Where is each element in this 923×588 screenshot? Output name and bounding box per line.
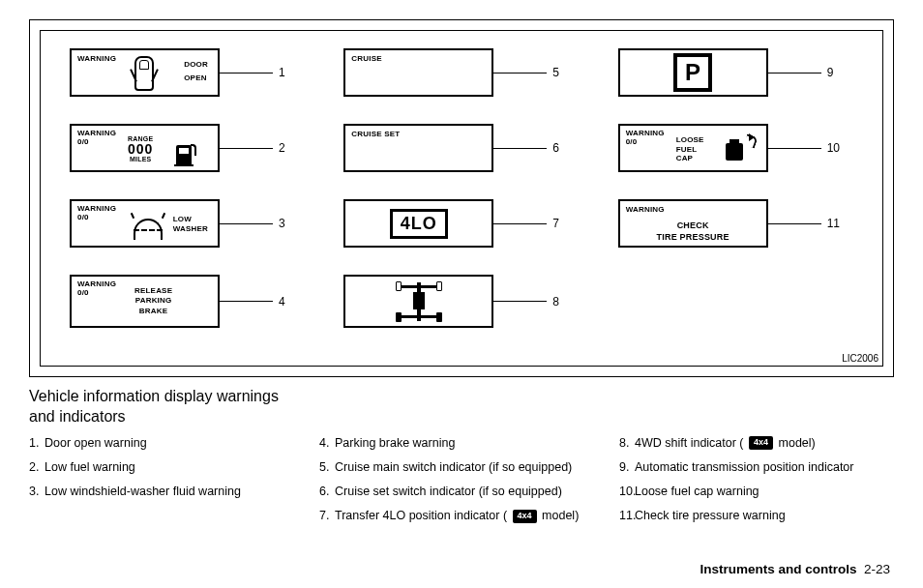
callout-number: 6 <box>552 141 568 155</box>
panel-door-open: WARNING DOOR OPEN <box>70 48 220 97</box>
cell-7: 4LO 7 <box>343 199 579 248</box>
indicator-grid: WARNING DOOR OPEN 1 CRUISE 5 <box>70 48 853 328</box>
fuel-range: RANGE 000 MILES <box>128 135 153 162</box>
cell-3: WARNING 0/0 LOW WASHER 3 <box>70 199 305 248</box>
panel-low-fuel: WARNING 0/0 RANGE 000 MILES <box>70 124 220 172</box>
warning-label: WARNING <box>77 54 116 63</box>
fuel-pump-icon <box>176 141 197 164</box>
loose-cap-text: LOOSE FUEL CAP <box>676 135 704 163</box>
legend-col-1: 1.Door open warning 2.Low fuel warning 3… <box>29 435 310 533</box>
legend-item: 8.4WD shift indicator ( 4x4 model) <box>619 435 890 451</box>
leader-line <box>220 301 273 302</box>
panel-cruise-set: CRUISE SET <box>343 124 493 172</box>
warning-label: WARNING 0/0 <box>77 205 116 222</box>
cell-11: WARNING CHECK TIRE PRESSURE 11 <box>618 199 853 248</box>
low-washer-text: LOW WASHER <box>173 215 208 235</box>
legend-item: 1.Door open warning <box>29 435 310 451</box>
cell-1: WARNING DOOR OPEN 1 <box>70 48 305 97</box>
panel-parking-brake: WARNING 0/0 RELEASE PARKING BRAKE <box>70 275 220 328</box>
warning-label: WARNING <box>626 205 665 214</box>
cell-8: 8 <box>343 275 579 328</box>
leader-line <box>493 73 547 74</box>
leader-line <box>493 301 547 302</box>
legend-item: 4.Parking brake warning <box>319 435 610 451</box>
leader-line <box>768 73 821 74</box>
panel-4lo: 4LO <box>343 199 493 248</box>
legend-item: 10.Loose fuel cap warning <box>619 484 890 499</box>
legend-col-3: 8.4WD shift indicator ( 4x4 model) 9.Aut… <box>619 435 890 533</box>
callout-number: 4 <box>279 295 294 309</box>
callout-number: 2 <box>279 141 294 155</box>
callout-number: 10 <box>827 141 843 155</box>
cell-empty <box>618 275 853 328</box>
fuel-cap-icon <box>726 137 753 164</box>
warning-label: WARNING 0/0 <box>626 130 665 147</box>
legend-item: 9.Automatic transmission position indica… <box>619 459 890 475</box>
cell-9: P 9 <box>618 48 853 97</box>
panel-tire-pressure: WARNING CHECK TIRE PRESSURE <box>618 199 768 248</box>
washer-fluid-icon <box>132 215 166 238</box>
cell-2: WARNING 0/0 RANGE 000 MILES 2 <box>70 124 305 172</box>
leader-line <box>768 148 821 149</box>
figure-inner-frame: WARNING DOOR OPEN 1 CRUISE 5 <box>40 30 883 367</box>
4x4-badge-icon: 4x4 <box>749 436 773 450</box>
legend-col-2: 4.Parking brake warning 5.Cruise main sw… <box>319 435 610 533</box>
legend-title: Vehicle information display warnings and… <box>29 387 300 427</box>
leader-line <box>220 223 273 224</box>
cell-10: WARNING 0/0 LOOSE FUEL CAP 10 <box>618 124 853 172</box>
callout-number: 3 <box>279 217 294 230</box>
check-text: CHECK <box>620 220 766 230</box>
callout-number: 1 <box>279 66 294 79</box>
release-brake-text: RELEASE PARKING BRAKE <box>134 286 172 316</box>
legend-item: 11.Check tire pressure warning <box>619 508 890 523</box>
cell-4: WARNING 0/0 RELEASE PARKING BRAKE 4 <box>70 275 305 328</box>
leader-line <box>768 223 821 224</box>
page-number: 2-23 <box>864 562 890 576</box>
4lo-icon: 4LO <box>390 209 448 239</box>
panel-loose-fuel-cap: WARNING 0/0 LOOSE FUEL CAP <box>618 124 768 172</box>
section-name: Instruments and controls <box>700 562 856 576</box>
figure-outer-frame: WARNING DOOR OPEN 1 CRUISE 5 <box>29 19 894 377</box>
door-open-text: DOOR OPEN <box>184 58 208 84</box>
figure-code: LIC2006 <box>842 353 878 364</box>
leader-line <box>220 73 273 74</box>
leader-line <box>493 223 547 224</box>
legend-item: 6.Cruise set switch indicator (if so equ… <box>319 484 610 499</box>
drivetrain-icon <box>396 282 442 321</box>
leader-line <box>493 148 547 149</box>
warning-label: WARNING 0/0 <box>77 130 116 147</box>
panel-cruise: CRUISE <box>343 48 493 97</box>
car-door-open-icon <box>134 56 154 91</box>
callout-number: 11 <box>827 217 843 230</box>
tire-pressure-text: TIRE PRESSURE <box>620 232 766 242</box>
legend-item: 7.Transfer 4LO position indicator ( 4x4 … <box>319 508 610 523</box>
legend-item: 2.Low fuel warning <box>29 459 310 475</box>
legend-columns: 1.Door open warning 2.Low fuel warning 3… <box>29 435 894 533</box>
callout-number: 9 <box>827 66 843 79</box>
panel-4wd-shift <box>343 275 493 328</box>
leader-line <box>220 148 273 149</box>
cruise-label: CRUISE <box>351 54 381 63</box>
callout-number: 8 <box>552 295 568 309</box>
panel-transmission-position: P <box>618 48 768 97</box>
callout-number: 5 <box>552 66 568 79</box>
legend-item: 5.Cruise main switch indicator (if so eq… <box>319 459 610 475</box>
cruise-set-label: CRUISE SET <box>351 130 400 138</box>
cell-5: CRUISE 5 <box>343 48 579 97</box>
page-footer: Instruments and controls 2-23 <box>700 562 890 576</box>
legend-item: 3.Low windshield-washer fluid warning <box>29 484 310 499</box>
warning-label: WARNING 0/0 <box>77 280 116 298</box>
4x4-badge-icon: 4x4 <box>513 510 537 523</box>
panel-low-washer: WARNING 0/0 LOW WASHER <box>70 199 220 248</box>
park-position-icon: P <box>673 53 712 92</box>
cell-6: CRUISE SET 6 <box>343 124 579 172</box>
callout-number: 7 <box>552 217 568 230</box>
